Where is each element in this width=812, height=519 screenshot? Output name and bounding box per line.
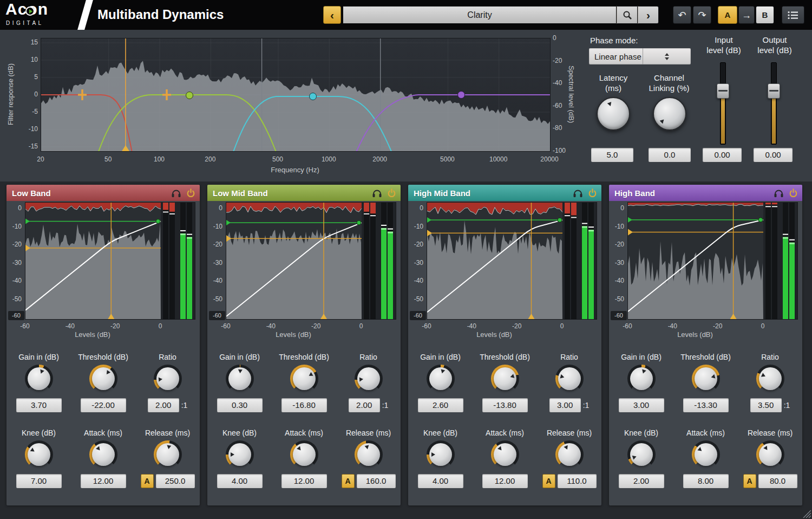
- band-power-button[interactable]: [186, 189, 195, 198]
- latency-knob[interactable]: [597, 97, 630, 131]
- knee-db-knob[interactable]: [226, 440, 254, 469]
- band-listen-button[interactable]: [171, 189, 181, 198]
- gain-in-db-knob[interactable]: [627, 365, 656, 393]
- output-level-fader[interactable]: [771, 62, 777, 145]
- release-ms-value[interactable]: 110.0: [558, 474, 597, 488]
- output-fader-handle[interactable]: [768, 83, 780, 99]
- band-graph-canvas[interactable]: [427, 202, 597, 320]
- input-fader-handle[interactable]: [717, 83, 729, 99]
- gain-in-db-knob[interactable]: [226, 365, 254, 393]
- preset-next-button[interactable]: ›: [638, 6, 659, 24]
- channel-linking-value[interactable]: 0.0: [649, 148, 691, 162]
- gain-in-db-value[interactable]: 0.30: [217, 398, 263, 412]
- band-graph-canvas[interactable]: [627, 202, 798, 320]
- threshold-db-knob[interactable]: [89, 365, 117, 393]
- threshold-db-knob[interactable]: [692, 365, 720, 393]
- attack-ms-knob[interactable]: [491, 440, 519, 469]
- threshold-db-value[interactable]: -13.30: [683, 398, 729, 412]
- ratio-knob[interactable]: [154, 365, 182, 393]
- release-ms-value[interactable]: 80.0: [758, 474, 797, 488]
- undo-button[interactable]: ↶: [673, 6, 691, 24]
- redo-button[interactable]: ↷: [693, 6, 711, 24]
- high-band-handle[interactable]: [458, 92, 465, 99]
- attack-ms-knob[interactable]: [290, 440, 318, 469]
- ratio-value[interactable]: 2.00: [148, 398, 179, 412]
- knee-db-knob[interactable]: [627, 440, 656, 469]
- gain-in-db-value[interactable]: 2.60: [418, 398, 463, 412]
- ratio-knob[interactable]: [756, 365, 784, 393]
- attack-ms-knob[interactable]: [692, 440, 720, 469]
- input-level-fader[interactable]: [720, 62, 726, 145]
- knee-db-value[interactable]: 2.00: [619, 474, 664, 488]
- attack-ms-value[interactable]: 12.00: [281, 474, 327, 488]
- release-ms-knob[interactable]: [756, 440, 784, 469]
- threshold-db-value[interactable]: -16.80: [281, 398, 327, 412]
- resize-grip[interactable]: [801, 508, 811, 518]
- band-listen-button[interactable]: [372, 189, 382, 198]
- high-mid-band-handle[interactable]: [310, 93, 317, 100]
- band-transfer-graph[interactable]: 0-10-20-30-40-50 -60 -60-40-200 Levels (…: [609, 201, 802, 340]
- threshold-db-value[interactable]: -13.80: [482, 398, 528, 412]
- output-level-value[interactable]: 0.00: [754, 148, 793, 162]
- knee-db-value[interactable]: 4.00: [418, 474, 463, 488]
- band-graph-canvas[interactable]: [226, 202, 396, 320]
- ratio-value[interactable]: 3.00: [549, 398, 581, 412]
- knee-db-value[interactable]: 7.00: [16, 474, 62, 488]
- knee-db-value[interactable]: 4.00: [217, 474, 263, 488]
- ratio-knob[interactable]: [355, 365, 383, 393]
- latency-value[interactable]: 5.0: [591, 148, 633, 162]
- band-power-button[interactable]: [789, 189, 798, 198]
- ratio-value[interactable]: 2.00: [349, 398, 380, 412]
- band-listen-button[interactable]: [573, 189, 583, 198]
- auto-release-button[interactable]: A: [141, 474, 154, 488]
- band-transfer-graph[interactable]: 0-10-20-30-40-50 -60 -60-40-200 Levels (…: [6, 201, 200, 340]
- ab-b-button[interactable]: B: [756, 6, 774, 24]
- auto-release-button[interactable]: A: [342, 474, 355, 488]
- band-transfer-graph[interactable]: 0-10-20-30-40-50 -60 -60-40-200 Levels (…: [408, 201, 601, 340]
- ceiling-handle[interactable]: [357, 220, 361, 225]
- input-level-value[interactable]: 0.00: [703, 148, 742, 162]
- preset-field[interactable]: Clarity: [343, 6, 617, 24]
- release-ms-knob[interactable]: [154, 440, 182, 469]
- attack-ms-value[interactable]: 12.00: [482, 474, 528, 488]
- band-power-button[interactable]: [387, 189, 396, 198]
- ab-copy-button[interactable]: →: [738, 6, 755, 24]
- threshold-db-value[interactable]: -22.00: [81, 398, 126, 412]
- frequency-response-plot[interactable]: [41, 38, 551, 152]
- preset-search-button[interactable]: [617, 6, 638, 24]
- auto-release-button[interactable]: A: [743, 474, 756, 488]
- band-panels: Low Band 0-10-20-30-40-50 -60 -60-40-200…: [0, 181, 812, 519]
- band-transfer-graph[interactable]: 0-10-20-30-40-50 -60 -60-40-200 Levels (…: [207, 201, 401, 340]
- channel-linking-knob[interactable]: [653, 97, 686, 131]
- attack-ms-value[interactable]: 8.00: [683, 474, 729, 488]
- low-mid-band-handle[interactable]: [186, 92, 193, 99]
- ab-a-button[interactable]: A: [718, 6, 737, 24]
- ratio-value[interactable]: 3.50: [750, 398, 782, 412]
- band-listen-button[interactable]: [774, 189, 784, 198]
- ceiling-handle[interactable]: [558, 218, 562, 222]
- gain-in-db-knob[interactable]: [25, 365, 53, 393]
- knee-db-knob[interactable]: [427, 440, 455, 469]
- ratio-knob[interactable]: [555, 365, 584, 393]
- ceiling-handle[interactable]: [758, 218, 763, 222]
- release-ms-value[interactable]: 160.0: [357, 474, 396, 488]
- threshold-db-knob[interactable]: [290, 365, 318, 393]
- attack-ms-knob[interactable]: [89, 440, 117, 469]
- frequency-plot-canvas[interactable]: [41, 38, 550, 151]
- attack-ms-value[interactable]: 12.00: [81, 474, 126, 488]
- phase-mode-select[interactable]: Linear phase: [589, 48, 691, 64]
- release-ms-value[interactable]: 250.0: [156, 474, 195, 488]
- preset-previous-button[interactable]: ‹: [323, 6, 341, 24]
- gain-in-db-value[interactable]: 3.00: [619, 398, 664, 412]
- auto-release-button[interactable]: A: [542, 474, 555, 488]
- gain-in-db-value[interactable]: 3.70: [16, 398, 62, 412]
- release-ms-knob[interactable]: [355, 440, 383, 469]
- band-graph-canvas[interactable]: [25, 202, 195, 320]
- ceiling-handle[interactable]: [156, 219, 160, 224]
- release-ms-knob[interactable]: [555, 440, 584, 469]
- gain-in-db-knob[interactable]: [427, 365, 455, 393]
- knee-db-knob[interactable]: [25, 440, 53, 469]
- threshold-db-knob[interactable]: [491, 365, 519, 393]
- band-power-button[interactable]: [588, 189, 597, 198]
- menu-button[interactable]: [782, 6, 804, 24]
